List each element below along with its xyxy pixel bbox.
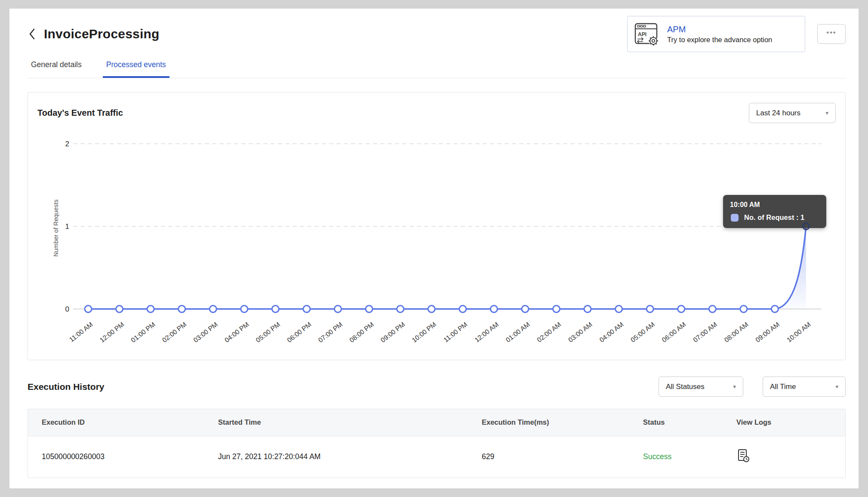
svg-text:Number of Requests: Number of Requests — [52, 200, 59, 257]
svg-text:API: API — [638, 31, 646, 37]
svg-text:03:00 AM: 03:00 AM — [567, 321, 594, 344]
cell-execution-id: 105000000260003 — [28, 436, 204, 478]
tooltip-row: No. of Request : 1 — [730, 213, 819, 222]
chevron-down-icon: ▾ — [733, 383, 736, 390]
time-filter-value: All Time — [770, 383, 796, 391]
time-range-dropdown[interactable]: Last 24 hours ▾ — [749, 103, 836, 123]
ellipsis-icon: ••• — [827, 29, 837, 37]
tab-bar: General details Processed events — [28, 60, 846, 78]
svg-text:02:00 PM: 02:00 PM — [161, 321, 188, 344]
traffic-chart-svg: 012Number of Requests11:00 AM12:00 PM01:… — [28, 131, 845, 357]
back-button[interactable] — [28, 27, 37, 41]
topbar-right: API — [627, 16, 846, 52]
series-swatch-icon — [731, 214, 739, 222]
svg-text:12:00 AM: 12:00 AM — [473, 321, 500, 344]
history-filters: All Statuses ▾ All Time ▾ — [659, 377, 846, 397]
svg-text:04:00 PM: 04:00 PM — [223, 321, 250, 344]
status-filter-value: All Statuses — [666, 383, 705, 391]
svg-text:10:00 AM: 10:00 AM — [785, 321, 812, 344]
chart-tooltip: 10:00 AM No. of Request : 1 — [723, 195, 826, 228]
col-status: Status — [629, 409, 723, 436]
table-row: 105000000260003 Jun 27, 2021 10:27:20:04… — [28, 436, 845, 478]
apm-api-gear-icon: API — [634, 22, 659, 46]
page-title: InvoiceProcessing — [44, 27, 160, 41]
chevron-left-icon — [28, 28, 36, 40]
svg-text:01:00 AM: 01:00 AM — [505, 321, 531, 344]
more-options-button[interactable]: ••• — [817, 24, 846, 44]
event-traffic-title: Today's Event Traffic — [37, 108, 123, 118]
svg-text:09:00 PM: 09:00 PM — [379, 321, 406, 344]
svg-text:06:00 PM: 06:00 PM — [286, 321, 313, 344]
svg-text:03:00 PM: 03:00 PM — [192, 321, 219, 344]
log-document-clock-icon — [737, 449, 750, 463]
svg-text:08:00 AM: 08:00 AM — [723, 321, 750, 344]
view-logs-button[interactable] — [737, 449, 750, 463]
title-wrap: InvoiceProcessing — [28, 27, 160, 41]
svg-text:11:00 AM: 11:00 AM — [68, 321, 94, 343]
svg-text:11:00 PM: 11:00 PM — [442, 321, 469, 344]
apm-banner[interactable]: API — [627, 16, 805, 52]
col-execution-time: Execution Time(ms) — [468, 409, 629, 436]
col-execution-id: Execution ID — [28, 409, 204, 436]
tooltip-value: No. of Request : 1 — [744, 213, 804, 222]
svg-text:05:00 AM: 05:00 AM — [629, 321, 656, 344]
status-filter-dropdown[interactable]: All Statuses ▾ — [659, 377, 743, 397]
status-badge: Success — [629, 436, 723, 478]
svg-text:08:00 PM: 08:00 PM — [348, 321, 375, 344]
apm-subtitle: Try to explore the advance option — [667, 36, 772, 44]
svg-text:0: 0 — [65, 305, 69, 313]
chevron-down-icon: ▾ — [825, 110, 828, 116]
svg-text:05:00 PM: 05:00 PM — [254, 321, 281, 344]
svg-text:02:00 AM: 02:00 AM — [536, 321, 562, 344]
history-header: Execution History All Statuses ▾ All Tim… — [28, 377, 846, 397]
svg-text:07:00 PM: 07:00 PM — [317, 321, 344, 344]
svg-text:04:00 AM: 04:00 AM — [598, 321, 625, 344]
app-window: InvoiceProcessing API — [9, 9, 859, 488]
event-traffic-card-head: Today's Event Traffic Last 24 hours ▾ — [28, 93, 845, 123]
active-point-marker — [802, 222, 810, 230]
chevron-down-icon: ▾ — [835, 383, 838, 390]
col-started-time: Started Time — [204, 409, 468, 436]
apm-label: APM — [667, 25, 772, 34]
col-view-logs: View Logs — [723, 409, 845, 436]
cell-view-logs — [723, 436, 845, 478]
svg-text:06:00 AM: 06:00 AM — [661, 321, 687, 344]
svg-text:09:00 AM: 09:00 AM — [754, 321, 781, 344]
event-traffic-card: Today's Event Traffic Last 24 hours ▾ 01… — [28, 92, 846, 360]
time-filter-dropdown[interactable]: All Time ▾ — [763, 377, 846, 397]
svg-text:07:00 AM: 07:00 AM — [692, 321, 718, 344]
cell-started-time: Jun 27, 2021 10:27:20:044 AM — [204, 436, 468, 478]
execution-history-table: Execution ID Started Time Execution Time… — [28, 409, 846, 478]
svg-text:12:00 PM: 12:00 PM — [98, 321, 126, 344]
cell-execution-time: 629 — [468, 436, 629, 478]
time-range-value: Last 24 hours — [756, 109, 800, 117]
tab-processed-events[interactable]: Processed events — [103, 60, 169, 78]
apm-text: APM Try to explore the advance option — [667, 25, 772, 44]
history-title: Execution History — [28, 382, 105, 392]
table-header-row: Execution ID Started Time Execution Time… — [28, 409, 845, 436]
svg-text:01:00 PM: 01:00 PM — [129, 321, 157, 344]
svg-text:10:00 PM: 10:00 PM — [410, 321, 437, 344]
svg-text:2: 2 — [65, 140, 69, 148]
topbar: InvoiceProcessing API — [28, 9, 846, 53]
tooltip-time: 10:00 AM — [730, 201, 819, 209]
svg-text:1: 1 — [65, 222, 69, 231]
traffic-chart: 012Number of Requests11:00 AM12:00 PM01:… — [28, 131, 845, 357]
tab-general-details[interactable]: General details — [28, 60, 85, 78]
